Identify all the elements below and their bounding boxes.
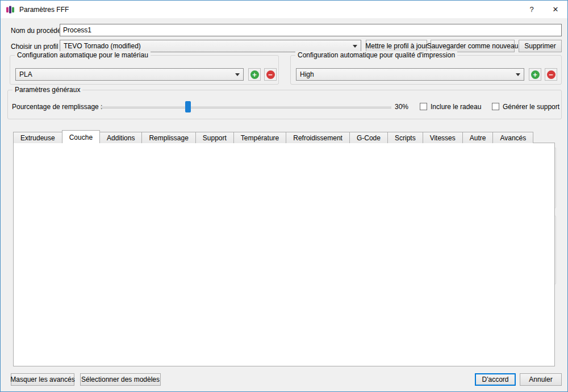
quality-select[interactable]: High: [296, 68, 524, 81]
tab-vitesses[interactable]: Vitesses: [423, 132, 463, 143]
window-title: Paramètres FFF: [19, 6, 69, 14]
chevron-down-icon: [353, 45, 357, 48]
profile-select[interactable]: TEVO Tornado (modified): [60, 40, 361, 52]
profile-label: Choisir un profil :: [11, 43, 62, 51]
process-name-input[interactable]: Process1: [60, 24, 562, 36]
infill-slider-handle[interactable]: [185, 101, 191, 112]
fff-settings-dialog: Paramètres FFF ? ✕ Nom du procédé : Proc…: [0, 0, 568, 392]
chevron-down-icon: [235, 73, 240, 76]
remove-quality-button[interactable]: −: [545, 68, 557, 81]
plus-icon: +: [531, 70, 540, 79]
infill-slider-track[interactable]: [101, 106, 391, 109]
help-icon[interactable]: ?: [520, 1, 544, 18]
hide-advanced-button[interactable]: Masquer les avancés: [11, 373, 74, 386]
auto-quality-title: Configuration automatique pour qualité d…: [295, 51, 457, 59]
select-models-button[interactable]: Sélectionner des modèles: [80, 373, 161, 386]
cancel-button[interactable]: Annuler: [520, 373, 562, 386]
minus-icon: −: [266, 70, 275, 79]
tab-additions[interactable]: Additions: [99, 132, 142, 143]
include-raft-label: Inclure le radeau: [431, 103, 481, 111]
minus-icon: −: [547, 70, 556, 79]
delete-profile-button[interactable]: Supprimer: [519, 40, 562, 52]
process-name-label: Nom du procédé :: [11, 27, 65, 35]
add-quality-button[interactable]: +: [529, 68, 541, 81]
chevron-down-icon: [516, 73, 520, 76]
tab-content-pane: [13, 143, 555, 366]
tab-support[interactable]: Support: [195, 132, 234, 143]
include-raft-checkbox[interactable]: [420, 103, 427, 110]
plus-icon: +: [250, 70, 259, 79]
auto-material-title: Configuration automatique pour le matéri…: [15, 51, 151, 59]
remove-material-button[interactable]: −: [264, 68, 277, 81]
tab-extrudeuse[interactable]: Extrudeuse: [13, 132, 62, 143]
app-logo-icon: [6, 5, 15, 14]
titlebar[interactable]: Paramètres FFF ? ✕: [1, 1, 567, 18]
save-as-new-button[interactable]: Sauvegarder comme nouveau: [431, 40, 515, 52]
infill-percentage-label: Pourcentage de remplissage :: [12, 103, 102, 111]
general-settings-title: Paramètres généraux: [12, 86, 82, 94]
add-material-button[interactable]: +: [248, 68, 261, 81]
material-select[interactable]: PLA: [15, 68, 244, 81]
tab-refroidissement[interactable]: Refroidissement: [286, 132, 350, 143]
generate-support-checkbox[interactable]: [492, 103, 499, 110]
tab-remplissage[interactable]: Remplissage: [141, 132, 195, 143]
tab-autre[interactable]: Autre: [462, 132, 494, 143]
generate-support-label: Générer le support: [503, 103, 559, 111]
close-icon[interactable]: ✕: [544, 1, 567, 18]
infill-percentage-value: 30%: [395, 103, 408, 111]
tab-g-code[interactable]: G-Code: [349, 132, 388, 143]
update-profile-button[interactable]: Mettre le profil à jour: [366, 40, 427, 52]
tab-couche[interactable]: Couche: [62, 130, 100, 143]
tab-temperature[interactable]: Température: [233, 132, 286, 143]
tab-scripts[interactable]: Scripts: [387, 132, 423, 143]
tab-avances[interactable]: Avancés: [492, 132, 533, 143]
settings-tab-bar: Extrudeuse Couche Additions Remplissage …: [13, 130, 533, 143]
ok-button[interactable]: D'accord: [475, 373, 516, 386]
